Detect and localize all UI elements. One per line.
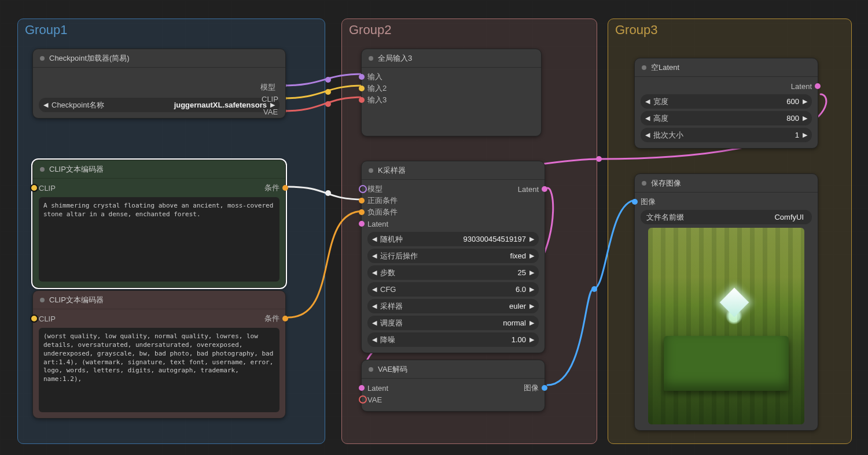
field-cfg[interactable]: ◀CFG6.0▶ [367,282,539,297]
field-seed[interactable]: ◀随机种930300454519197▶ [367,232,539,246]
port-latent-in[interactable] [359,221,365,227]
port-in2[interactable] [359,86,365,91]
collapse-dot-icon[interactable] [369,56,373,61]
port-image-out[interactable] [542,385,547,391]
node-clip-negative[interactable]: CLIP文本编码器 CLIP 条件 (worst quality, low qu… [32,290,286,419]
node-clip-positive[interactable]: CLIP文本编码器 CLIP 条件 A shimmering crystal f… [32,160,286,288]
altar-shape [664,336,789,391]
node-checkpoint-loader[interactable]: Checkpoint加载器(简易) ◀ Checkpoint名称 juggern… [32,49,286,119]
node-title-text: 保存图像 [651,178,681,188]
node-title-text: K采样器 [378,165,406,176]
collapse-dot-icon[interactable] [369,168,373,173]
crystal-icon [719,288,749,317]
node-vae-decode[interactable]: VAE解码 Latent 图像 VAE [361,360,545,412]
node-ksampler[interactable]: K采样器 模型 Latent 正面条件 负面条件 Latent ◀随机种9303… [361,161,545,353]
node-title-text: CLIP文本编码器 [49,164,104,175]
textarea-positive-prompt[interactable]: A shimmering crystal floating above an a… [39,197,279,282]
port-latent-out[interactable] [542,186,547,192]
node-title-text: CLIP文本编码器 [49,295,104,305]
node-title-text: 全局输入3 [378,53,412,64]
field-height[interactable]: ◀高度800▶ [641,111,812,125]
port-neg-in[interactable] [359,209,365,215]
port-cond-out[interactable] [282,185,288,191]
port-vae-in[interactable] [359,395,367,404]
port-label-model: 模型 [260,82,275,93]
field-denoise[interactable]: ◀降噪1.00▶ [367,332,539,347]
group-1-title: Group1 [25,23,67,38]
port-label-clip: CLIP [262,95,278,103]
field-width[interactable]: ◀宽度600▶ [641,94,812,109]
port-pos-in[interactable] [359,198,365,204]
group-2-title: Group2 [349,23,391,38]
svg-point-1 [325,77,331,83]
node-title-text: 空Latent [651,62,679,73]
port-cond-out[interactable] [282,316,288,321]
port-model-in[interactable] [359,185,367,193]
svg-point-6 [325,190,331,196]
port-clip-in[interactable] [30,184,38,192]
port-clip-in[interactable] [30,315,38,323]
output-image-preview[interactable] [648,228,804,424]
port-image-in[interactable] [632,199,638,205]
port-label-vae: VAE [263,108,278,116]
node-title-text: Checkpoint加载器(简易) [49,53,130,64]
svg-point-3 [325,89,331,95]
node-save-image[interactable]: 保存图像 图像 文件名前缀 ComfyUI [634,173,818,431]
field-checkpoint-name[interactable]: ◀ Checkpoint名称 juggernautXL.safetensors … [39,98,279,112]
field-scheduler[interactable]: ◀调度器normal▶ [367,316,539,330]
textarea-negative-prompt[interactable]: (worst quality, low quality, normal qual… [39,328,279,412]
field-filename-prefix[interactable]: 文件名前缀 ComfyUI [641,210,812,224]
port-in1[interactable] [359,74,365,80]
arrow-left-icon[interactable]: ◀ [43,101,48,109]
field-sampler[interactable]: ◀采样器euler▶ [367,299,539,313]
field-batch[interactable]: ◀批次大小1▶ [641,128,812,142]
node-title-text: VAE解码 [378,364,407,375]
port-in3[interactable] [359,97,365,103]
group-3-title: Group3 [615,23,657,38]
node-empty-latent[interactable]: 空Latent Latent ◀宽度600▶ ◀高度800▶ ◀批次大小1▶ [634,58,818,149]
node-global-input[interactable]: 全局输入3 输入 输入2 输入3 [361,49,542,136]
collapse-dot-icon[interactable] [642,65,646,70]
collapse-dot-icon[interactable] [40,56,45,61]
svg-point-5 [325,101,331,107]
collapse-dot-icon[interactable] [369,367,373,372]
port-latent-out[interactable] [815,83,821,89]
field-after[interactable]: ◀运行后操作fixed▶ [367,249,539,263]
collapse-dot-icon[interactable] [40,298,45,302]
collapse-dot-icon[interactable] [642,181,646,186]
port-latent-in[interactable] [359,385,365,391]
field-steps[interactable]: ◀步数25▶ [367,265,539,280]
collapse-dot-icon[interactable] [40,167,45,172]
